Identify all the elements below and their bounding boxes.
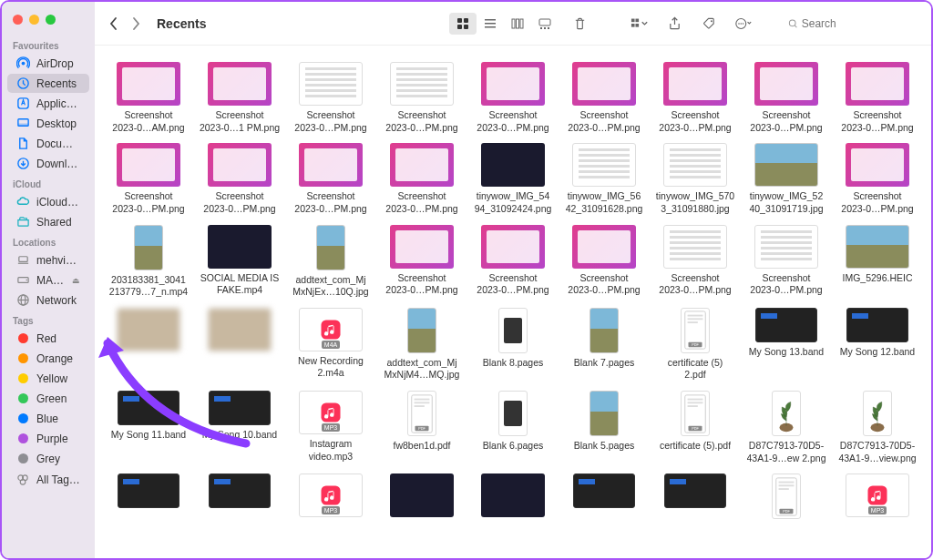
search-input[interactable]: [802, 17, 915, 30]
file-item[interactable]: D87C7913-70D5-43A1-9…ew 2.png: [742, 391, 831, 464]
file-item[interactable]: addtext_com_MjMxNjM4…MQ.jpg: [377, 308, 466, 382]
file-item[interactable]: [559, 473, 649, 523]
sidebar-item-yellow[interactable]: Yellow: [7, 369, 89, 388]
eject-icon[interactable]: ⏏: [72, 276, 80, 285]
sidebar-item-shared[interactable]: Shared: [7, 212, 89, 231]
svg-rect-42: [688, 321, 698, 323]
file-item[interactable]: Screenshot2023-0…PM.png: [468, 62, 558, 134]
file-item[interactable]: My Song 13.band: [742, 308, 831, 382]
sidebar-item-orange[interactable]: Orange: [7, 349, 89, 368]
file-item[interactable]: PDFcertificate (5)2.pdf: [651, 308, 740, 382]
share-button[interactable]: [661, 13, 688, 35]
file-item[interactable]: Screenshot2023-0…PM.png: [377, 225, 466, 299]
file-item[interactable]: tinywow_IMG_5642_31091628.png: [559, 143, 649, 215]
sidebar-item-mehvish-s-m-[interactable]: mehvish's M…: [7, 250, 89, 270]
sidebar-item-green[interactable]: Green: [7, 389, 89, 408]
column-view-button[interactable]: [504, 13, 531, 35]
file-item[interactable]: Screenshot2023-0…AM.png: [104, 62, 193, 134]
sidebar-item-downloads[interactable]: Downloads: [7, 154, 89, 173]
file-item[interactable]: Screenshot2023-0…PM.png: [195, 143, 284, 215]
back-button[interactable]: [104, 14, 124, 34]
search-icon: [788, 18, 798, 29]
file-item[interactable]: PDF: [742, 473, 831, 523]
tag-button[interactable]: [695, 13, 723, 35]
file-item[interactable]: PDFfw8ben1d.pdf: [377, 391, 466, 464]
desktop-icon: [16, 117, 30, 130]
file-item[interactable]: Screenshot2023-0…PM.png: [559, 62, 649, 134]
file-item[interactable]: Screenshot2023-0…PM.png: [286, 143, 375, 215]
sidebar-item-grey[interactable]: Grey: [7, 449, 89, 468]
file-item[interactable]: Screenshot2023-0…PM.png: [559, 225, 649, 299]
file-item[interactable]: Screenshot2023-0…PM.png: [742, 62, 831, 134]
file-item[interactable]: Screenshot2023-0…1 PM.png: [195, 62, 284, 134]
more-button[interactable]: [730, 13, 757, 35]
sidebar-all-tags[interactable]: All Tags…: [7, 470, 89, 489]
file-item[interactable]: [104, 473, 193, 523]
file-item[interactable]: tinywow_IMG_5703_31091880.jpg: [651, 143, 740, 215]
file-item[interactable]: Screenshot2023-0…PM.png: [651, 62, 740, 134]
search-field[interactable]: [781, 15, 922, 33]
group-button[interactable]: [626, 13, 653, 35]
file-item[interactable]: Screenshot2023-0…PM.png: [377, 143, 466, 215]
file-item[interactable]: tinywow_IMG_5240_31091719.jpg: [742, 143, 831, 215]
file-thumbnail: [572, 225, 636, 269]
file-grid-area[interactable]: Screenshot2023-0…AM.pngScreenshot2023-0……: [95, 46, 931, 558]
file-item[interactable]: Screenshot2023-0…PM.png: [833, 62, 922, 134]
gallery-view-button[interactable]: [531, 13, 559, 35]
sidebar-item-network[interactable]: Network: [7, 290, 89, 310]
sidebar-item-applications[interactable]: Applications: [7, 94, 89, 113]
file-item[interactable]: [104, 308, 193, 382]
file-item[interactable]: [377, 473, 466, 523]
file-name: Blank 5.pages: [574, 440, 635, 453]
file-item[interactable]: M4ANew Recording2.m4a: [286, 308, 375, 382]
sidebar-item-recents[interactable]: Recents: [7, 74, 89, 93]
file-item[interactable]: MP3: [833, 473, 922, 523]
file-item[interactable]: [195, 308, 284, 382]
file-thumbnail: [481, 473, 545, 517]
file-item[interactable]: Blank 8.pages: [468, 308, 558, 382]
file-item[interactable]: MP3Instagramvideo.mp3: [286, 391, 375, 464]
file-name: Screenshot2023-0…PM.png: [385, 109, 457, 134]
minimize-button[interactable]: [29, 15, 39, 25]
file-item[interactable]: Screenshot2023-0…PM.png: [286, 62, 375, 134]
sidebar-item-documents[interactable]: Documents: [7, 134, 89, 153]
close-button[interactable]: [13, 15, 23, 25]
file-item[interactable]: Blank 7.pages: [559, 308, 649, 382]
file-item[interactable]: My Song 10.band: [195, 391, 284, 464]
file-item[interactable]: D87C7913-70D5-43A1-9…view.png: [833, 391, 922, 464]
forward-button[interactable]: [126, 14, 146, 34]
sidebar-item-airdrop[interactable]: AirDrop: [7, 54, 89, 73]
file-item[interactable]: [468, 473, 558, 523]
sidebar-item-icloud-drive[interactable]: iCloud Drive: [7, 192, 89, 211]
file-item[interactable]: MP3: [286, 473, 375, 523]
trash-button[interactable]: [566, 13, 593, 35]
file-item[interactable]: Screenshot2023-0…PM.png: [833, 143, 922, 215]
file-item[interactable]: addtext_com_MjMxNjEx…10Q.jpg: [286, 225, 375, 299]
file-item[interactable]: IMG_5296.HEIC: [833, 225, 922, 299]
file-item[interactable]: [195, 473, 284, 523]
file-item[interactable]: My Song 11.band: [104, 391, 193, 464]
sidebar-item-red[interactable]: Red: [7, 329, 89, 348]
file-item[interactable]: Blank 5.pages: [559, 391, 649, 464]
file-name: D87C7913-70D5-43A1-9…ew 2.png: [747, 440, 826, 464]
file-item[interactable]: tinywow_IMG_5494_31092424.png: [468, 143, 558, 215]
sidebar-item-desktop[interactable]: Desktop: [7, 114, 89, 133]
file-item[interactable]: 203183381_3041213779…7_n.mp4: [104, 225, 193, 299]
file-item[interactable]: Screenshot2023-0…PM.png: [651, 225, 740, 299]
file-item[interactable]: Blank 6.pages: [468, 391, 558, 464]
list-view-button[interactable]: [477, 13, 504, 35]
file-item[interactable]: PDFcertificate (5).pdf: [651, 391, 740, 464]
file-item[interactable]: My Song 12.band: [833, 308, 922, 382]
file-item[interactable]: Screenshot2023-0…PM.png: [742, 225, 831, 299]
zoom-button[interactable]: [46, 15, 56, 25]
file-item[interactable]: Screenshot2023-0…PM.png: [468, 225, 558, 299]
sidebar-item-manan[interactable]: MANAN⏏: [7, 270, 89, 290]
sidebar-item-purple[interactable]: Purple: [7, 429, 89, 448]
file-item[interactable]: SOCIAL MEDIA ISFAKE.mp4: [195, 225, 284, 299]
icon-view-button[interactable]: [449, 13, 477, 35]
file-item[interactable]: Screenshot2023-0…PM.png: [377, 62, 466, 134]
sidebar-item-blue[interactable]: Blue: [7, 409, 89, 428]
file-item[interactable]: [651, 473, 740, 523]
icloud-label: iCloud: [2, 174, 95, 191]
file-item[interactable]: Screenshot2023-0…PM.png: [104, 143, 193, 215]
